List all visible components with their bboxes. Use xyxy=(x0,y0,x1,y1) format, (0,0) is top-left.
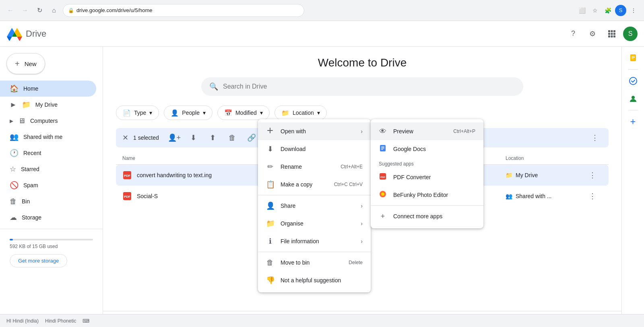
svg-rect-4 xyxy=(611,33,613,35)
menu-item-organise[interactable]: 📁 Organise › xyxy=(258,215,371,232)
svg-rect-2 xyxy=(613,30,615,32)
sidebar-label-bin: Bin xyxy=(22,198,30,205)
recent-icon: 🕐 xyxy=(10,149,19,157)
more-options-button[interactable]: ⋮ xyxy=(588,130,602,145)
delete-button[interactable]: 🗑 xyxy=(225,130,239,145)
share-person-button[interactable]: 👤+ xyxy=(167,130,182,145)
right-sidebar-divider xyxy=(628,69,638,70)
tasks-button[interactable] xyxy=(625,73,641,89)
settings-button[interactable]: ⚙ xyxy=(584,26,601,42)
sidebar-item-my-drive[interactable]: ► 📁 My Drive xyxy=(0,97,96,113)
main-container: + New 🏠 Home ► 📁 My Drive ▸ 🖥 Computers … xyxy=(0,47,644,327)
search-input[interactable] xyxy=(223,83,515,90)
storage-text: 592 KB of 15 GB used xyxy=(10,244,93,249)
sidebar-item-home[interactable]: 🏠 Home xyxy=(0,81,96,97)
sidebar-item-recent[interactable]: 🕐 Recent xyxy=(0,145,96,161)
filter-location-label: Location xyxy=(293,110,314,116)
menu-item-share[interactable]: 👤 Share › xyxy=(258,197,371,215)
deselect-button[interactable]: ✕ xyxy=(122,133,128,142)
keep-button[interactable] xyxy=(625,50,641,66)
submenu-item-befunky[interactable]: BeFunky Photo Editor xyxy=(371,186,483,204)
file-more-button[interactable]: ⋮ xyxy=(586,169,599,182)
hindi-india-lang[interactable]: HI Hindi (India) xyxy=(6,318,39,324)
submenu-item-connect-apps[interactable]: + Connect more apps xyxy=(371,207,483,225)
browser-menu[interactable]: ⋮ xyxy=(628,5,639,16)
copy-link-button[interactable]: 🔗 xyxy=(244,130,259,145)
svg-rect-3 xyxy=(608,33,610,35)
bookmark-icon[interactable]: ☆ xyxy=(589,5,601,16)
browser-profile[interactable]: S xyxy=(615,5,626,16)
sidebar-item-computers[interactable]: ▸ 🖥 Computers xyxy=(0,113,96,129)
right-sidebar-divider-2 xyxy=(628,110,638,110)
reload-button[interactable]: ↻ xyxy=(34,5,45,16)
sidebar-item-starred[interactable]: ☆ Starred xyxy=(0,161,96,177)
sidebar-divider xyxy=(0,229,103,229)
right-sidebar: + xyxy=(621,47,644,327)
storage-section: 592 KB of 15 GB used Get more storage xyxy=(0,232,103,274)
menu-item-file-info[interactable]: ℹ File information › xyxy=(258,232,371,250)
add-widget-button[interactable]: + xyxy=(625,114,641,130)
welcome-title: Welcome to Drive xyxy=(116,56,609,69)
app-header: Drive ? ⚙ S xyxy=(0,21,644,47)
type-chevron-icon: ▾ xyxy=(149,110,152,116)
filter-modified[interactable]: 📅 Modified ▾ xyxy=(217,106,270,120)
befunky-icon xyxy=(379,190,387,200)
add-to-drive-button[interactable]: ⬆ xyxy=(206,130,220,145)
sidebar-item-storage[interactable]: ☁ Storage xyxy=(0,209,96,226)
shared-icon: 👥 xyxy=(10,132,19,141)
forward-button[interactable]: → xyxy=(19,5,31,16)
menu-item-move-to-bin[interactable]: 🗑 Move to bin Delete xyxy=(258,254,371,271)
submenu-item-preview[interactable]: 👁 Preview Ctrl+Alt+P xyxy=(371,122,483,140)
filter-location[interactable]: 📁 Location ▾ xyxy=(275,106,327,120)
submenu-item-pdf-converter[interactable]: PDF PDF Converter xyxy=(371,168,483,186)
organise-arrow-icon: › xyxy=(361,220,363,227)
svg-rect-1 xyxy=(611,30,613,32)
user-avatar[interactable]: S xyxy=(623,27,638,41)
help-button[interactable]: ? xyxy=(565,26,581,42)
menu-item-rename[interactable]: ✏ Rename Ctrl+Alt+E xyxy=(258,158,371,176)
spam-icon: 🚫 xyxy=(10,181,19,190)
apps-button[interactable] xyxy=(604,26,620,42)
hindi-phonetic-lang[interactable]: Hindi Phonetic xyxy=(45,318,76,324)
file-more-button[interactable]: ⋮ xyxy=(586,190,599,203)
keyboard-icon-btn[interactable]: ⌨ xyxy=(83,318,89,324)
submenu-divider xyxy=(371,205,483,206)
sidebar-item-shared-with-me[interactable]: 👥 Shared with me xyxy=(0,129,96,145)
submenu-connect-label: Connect more apps xyxy=(393,213,442,219)
new-button[interactable]: + New xyxy=(6,53,45,74)
cast-icon[interactable]: ⬜ xyxy=(576,5,588,16)
search-icon: 🔍 xyxy=(209,82,218,91)
submenu-befunky-label: BeFunky Photo Editor xyxy=(393,192,448,198)
menu-item-download[interactable]: ⬇ Download xyxy=(258,140,371,158)
sidebar-item-bin[interactable]: 🗑 Bin xyxy=(0,193,96,209)
share-icon: 👤 xyxy=(266,201,274,210)
suggested-apps-label: Suggested apps xyxy=(371,158,483,168)
download-button[interactable]: ⬇ xyxy=(186,130,201,145)
location-name: Shared with ... xyxy=(516,193,552,199)
menu-item-open-with[interactable]: Open with › xyxy=(258,122,371,140)
menu-item-make-copy[interactable]: 📋 Make a copy Ctrl+C Ctrl+V xyxy=(258,176,371,193)
modified-chevron-icon: ▾ xyxy=(260,110,263,116)
keyboard-icon: ⌨ xyxy=(83,318,89,324)
preview-icon: 👁 xyxy=(379,127,387,136)
sidebar-item-spam[interactable]: 🚫 Spam xyxy=(0,177,96,193)
address-bar[interactable]: 🔒 drive.google.com/drive/u/5/home xyxy=(63,4,304,17)
get-storage-button[interactable]: Get more storage xyxy=(10,254,67,267)
filter-type[interactable]: 📄 Type ▾ xyxy=(116,106,159,120)
location-cell: 👥 Shared with ... xyxy=(506,193,586,199)
bin-icon: 🗑 xyxy=(10,197,17,206)
filter-people[interactable]: 👤 People ▾ xyxy=(164,106,213,120)
submenu-item-google-docs[interactable]: Google Docs xyxy=(371,140,483,158)
input-lang-bar: HI Hindi (India) Hindi Phonetic ⌨ xyxy=(0,314,644,327)
svg-rect-5 xyxy=(613,33,615,35)
hindi-india-label: HI Hindi (India) xyxy=(6,318,39,324)
sidebar-label-storage: Storage xyxy=(22,214,41,221)
contacts-button[interactable] xyxy=(625,91,641,107)
home-button[interactable]: ⌂ xyxy=(48,5,60,16)
extensions-icon[interactable]: 🧩 xyxy=(602,5,613,16)
location-folder-icon: 📁 xyxy=(506,172,512,178)
back-button[interactable]: ← xyxy=(5,5,16,16)
search-bar[interactable]: 🔍 xyxy=(201,77,523,96)
svg-point-25 xyxy=(630,77,637,85)
menu-item-not-helpful[interactable]: 👎 Not a helpful suggestion xyxy=(258,271,371,289)
